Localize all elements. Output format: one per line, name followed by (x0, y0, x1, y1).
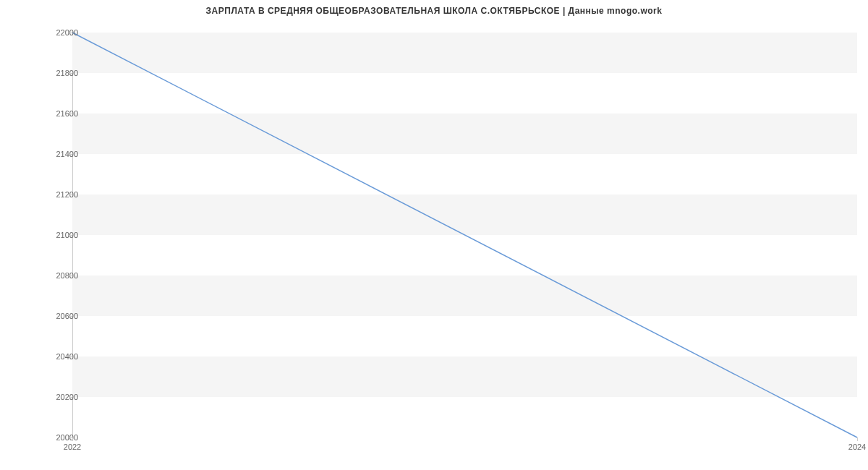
x-tick (857, 437, 858, 441)
y-tick (69, 316, 72, 317)
y-tick-label: 21000 (56, 231, 78, 239)
y-tick-label: 21600 (56, 109, 78, 118)
chart-container: ЗАРПЛАТА В СРЕДНЯЯ ОБЩЕОБРАЗОВАТЕЛЬНАЯ Ш… (0, 0, 868, 470)
y-tick (69, 114, 72, 114)
chart-title: ЗАРПЛАТА В СРЕДНЯЯ ОБЩЕОБРАЗОВАТЕЛЬНАЯ Ш… (0, 6, 868, 16)
y-tick (69, 275, 72, 276)
y-tick (69, 73, 72, 74)
y-tick (69, 235, 72, 236)
chart-line (72, 33, 857, 437)
x-tick-label: 2024 (848, 443, 866, 451)
y-tick-label: 21800 (56, 69, 78, 77)
y-tick-label: 20400 (56, 352, 78, 361)
y-tick (69, 356, 72, 357)
y-tick-label: 20600 (56, 312, 78, 320)
y-tick (69, 33, 72, 33)
x-tick (72, 437, 73, 441)
y-tick-label: 20000 (56, 433, 78, 442)
y-tick (69, 397, 72, 398)
y-tick-label: 20200 (56, 393, 78, 401)
y-tick-label: 22000 (56, 28, 78, 37)
y-tick-label: 21400 (56, 150, 78, 158)
y-tick (69, 154, 72, 155)
y-tick-label: 20800 (56, 271, 78, 280)
x-tick-label: 2022 (64, 443, 81, 451)
y-tick (69, 195, 72, 195)
plot-area (72, 33, 857, 437)
y-tick-label: 21200 (56, 190, 78, 199)
chart-line-svg (72, 33, 857, 437)
